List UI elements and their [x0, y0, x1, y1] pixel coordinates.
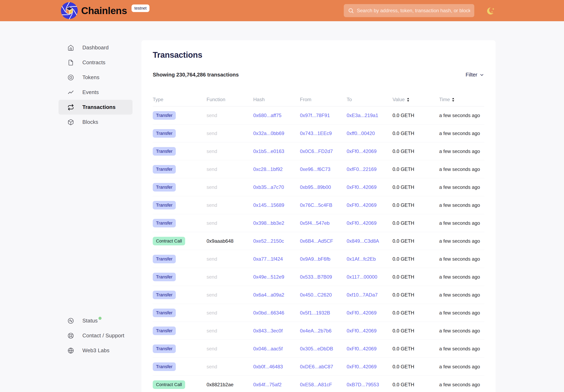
- hash-link[interactable]: 0x6a4...a09a2: [253, 292, 284, 298]
- hash-link[interactable]: 0x046...aac5f: [253, 346, 283, 351]
- sort-value-icon[interactable]: [407, 98, 410, 102]
- function-cell: send: [206, 346, 253, 352]
- from-link[interactable]: 0xb95...89b00: [300, 184, 331, 190]
- global-search[interactable]: [344, 4, 474, 17]
- value-cell: 0.0 GETH: [393, 220, 439, 226]
- from-link[interactable]: 0x305...eDbDB: [300, 346, 333, 351]
- hash-link[interactable]: 0x0bd...66346: [253, 310, 284, 316]
- transactions-table-body: Transfer send 0x680...aff75 0x97f...78F9…: [153, 106, 484, 392]
- transaction-row: Transfer send 0xb0f...46483 0xDE6...abC8…: [153, 358, 484, 376]
- function-cell: send: [206, 256, 253, 262]
- transaction-row: Transfer send 0xb35...a7c70 0xb95...89b0…: [153, 178, 484, 196]
- from-link[interactable]: 0x97f...78F91: [300, 112, 330, 118]
- sidebar-item-contact-support[interactable]: Contact / Support: [58, 328, 133, 343]
- type-badge: Transfer: [153, 183, 176, 192]
- to-link[interactable]: 0xFf0...42069: [347, 149, 377, 154]
- hash-link[interactable]: 0xc28...1bf92: [253, 167, 283, 172]
- type-badge: Transfer: [153, 129, 176, 138]
- from-link[interactable]: 0x5f4...547eb: [300, 220, 330, 226]
- home-icon: [67, 44, 74, 51]
- to-link[interactable]: 0x849...C3d8A: [347, 238, 379, 244]
- from-link[interactable]: 0xE58...A81cF: [300, 382, 332, 387]
- transaction-row: Transfer send 0x0bd...66346 0x5f1...1932…: [153, 304, 484, 322]
- value-cell: 0.0 GETH: [393, 112, 439, 118]
- sidebar-item-events[interactable]: Events: [58, 85, 133, 100]
- from-link[interactable]: 0x9A9...bF6fb: [300, 256, 330, 262]
- transaction-row: Contract Call 0x8821b2ae 0x64f...75af2 0…: [153, 376, 484, 392]
- time-cell: a few seconds ago: [439, 310, 484, 316]
- to-link[interactable]: 0xFf0...42069: [347, 220, 377, 226]
- to-link[interactable]: 0x117...00000: [347, 274, 377, 280]
- time-cell: a few seconds ago: [439, 364, 484, 370]
- from-link[interactable]: 0x5f1...1932B: [300, 310, 330, 316]
- type-badge: Transfer: [153, 363, 176, 371]
- dark-mode-toggle[interactable]: [486, 6, 496, 16]
- env-badge: testnet: [132, 4, 150, 12]
- sidebar-item-tokens[interactable]: Tokens: [58, 70, 133, 85]
- sidebar-item-web3-labs[interactable]: Web3 Labs: [58, 343, 133, 358]
- to-link[interactable]: 0xf10...7ADa7: [347, 292, 378, 298]
- from-link[interactable]: 0x4eA...2b7b6: [300, 328, 331, 334]
- sidebar-item-label: Tokens: [82, 74, 99, 81]
- hash-link[interactable]: 0xe52...2150c: [253, 238, 284, 244]
- from-link[interactable]: 0x0C6...FD2d7: [300, 149, 333, 154]
- cube-icon: [67, 119, 74, 126]
- type-badge: Transfer: [153, 345, 176, 353]
- to-link[interactable]: 0xFf0...42069: [347, 202, 377, 208]
- brand-name: Chainlens: [81, 5, 127, 16]
- value-cell: 0.0 GETH: [393, 167, 439, 172]
- hash-link[interactable]: 0x145...15689: [253, 202, 284, 208]
- to-link[interactable]: 0xFf0...42069: [347, 346, 377, 351]
- sidebar-item-label: Status: [82, 318, 102, 324]
- hash-link[interactable]: 0x1b5...e0163: [253, 149, 284, 154]
- filter-button[interactable]: Filter: [466, 71, 484, 78]
- hash-link[interactable]: 0xb35...a7c70: [253, 184, 284, 190]
- time-cell: a few seconds ago: [439, 184, 484, 190]
- hash-link[interactable]: 0x32a...0bb69: [253, 130, 284, 136]
- value-cell: 0.0 GETH: [393, 310, 439, 316]
- hash-link[interactable]: 0x843...3ec0f: [253, 328, 283, 334]
- transaction-row: Transfer send 0x843...3ec0f 0x4eA...2b7b…: [153, 322, 484, 340]
- to-link[interactable]: 0xFf0...42069: [347, 310, 377, 316]
- moon-icon: [486, 6, 496, 16]
- time-cell: a few seconds ago: [439, 167, 484, 172]
- type-badge: Transfer: [153, 291, 176, 299]
- from-link[interactable]: 0x743...1EEc9: [300, 130, 332, 136]
- from-link[interactable]: 0x533...B7B09: [300, 274, 332, 280]
- from-link[interactable]: 0x450...C2620: [300, 292, 332, 298]
- from-link[interactable]: 0x76C...5c4FB: [300, 202, 332, 208]
- sort-time-icon[interactable]: [452, 98, 455, 102]
- to-link[interactable]: 0xff0...00420: [347, 130, 375, 136]
- to-link[interactable]: 0xFf0...42069: [347, 364, 377, 369]
- to-link[interactable]: 0xE3a...219a1: [347, 112, 378, 118]
- hash-link[interactable]: 0x680...aff75: [253, 112, 281, 118]
- brand[interactable]: Chainlens testnet: [60, 2, 150, 20]
- hash-link[interactable]: 0x49e...512e9: [253, 274, 284, 280]
- sidebar-item-blocks[interactable]: Blocks: [58, 115, 133, 129]
- to-link[interactable]: 0xFf0...42069: [347, 184, 377, 190]
- time-cell: a few seconds ago: [439, 256, 484, 262]
- to-link[interactable]: 0xB7D...79553: [347, 382, 379, 387]
- sidebar-item-transactions[interactable]: Transactions: [58, 100, 133, 115]
- sidebar-item-contracts[interactable]: Contracts: [58, 55, 133, 70]
- sidebar-item-status[interactable]: Status: [58, 313, 133, 328]
- transactions-panel: Transactions Showing 230,764,286 transac…: [141, 40, 496, 392]
- hash-link[interactable]: 0x64f...75af2: [253, 382, 282, 387]
- from-link[interactable]: 0x6B4...Ad5CF: [300, 238, 333, 244]
- time-cell: a few seconds ago: [439, 220, 484, 226]
- to-link[interactable]: 0xfF0...22169: [347, 167, 377, 172]
- status-online-dot: [98, 317, 102, 320]
- from-link[interactable]: 0xDE6...abC87: [300, 364, 333, 369]
- to-link[interactable]: 0x1Af...fc2Eb: [347, 256, 376, 262]
- hash-link[interactable]: 0x398...bb3e2: [253, 220, 284, 226]
- search-input[interactable]: [357, 8, 470, 14]
- to-link[interactable]: 0xFf0...42069: [347, 328, 377, 334]
- from-link[interactable]: 0xe96...f6C73: [300, 167, 330, 172]
- sidebar-item-dashboard[interactable]: Dashboard: [58, 40, 133, 55]
- hash-link[interactable]: 0xb0f...46483: [253, 364, 283, 369]
- hash-link[interactable]: 0xa77...1f424: [253, 256, 283, 262]
- type-badge: Transfer: [153, 255, 176, 263]
- type-badge: Transfer: [153, 201, 176, 210]
- page-title: Transactions: [153, 50, 484, 60]
- token-icon: [67, 74, 74, 81]
